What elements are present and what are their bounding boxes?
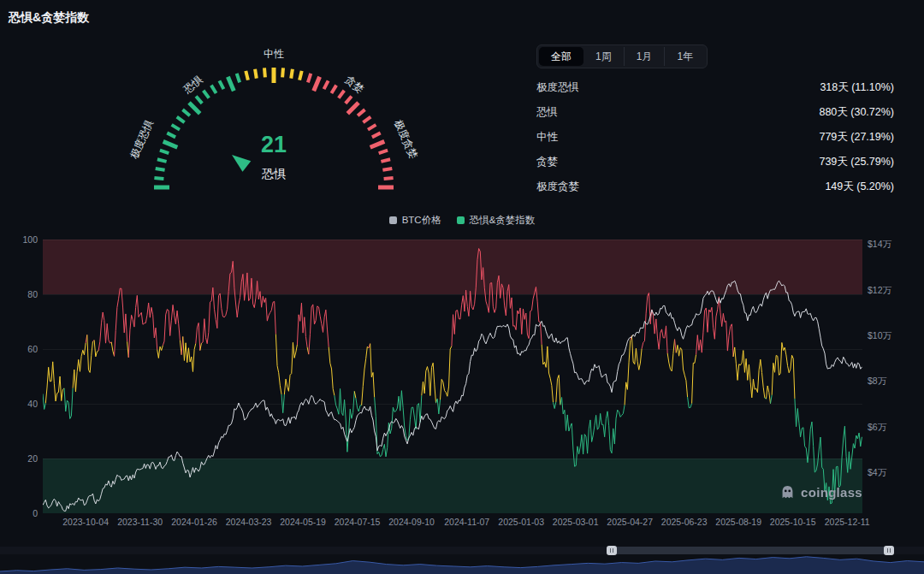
legend-item-btc-price[interactable]: BTC价格 xyxy=(389,214,441,227)
legend-label: 恐惧&贪婪指数 xyxy=(470,214,536,227)
stat-row-greed: 贪婪 739天 (25.79%) xyxy=(536,150,894,175)
left-axis-tick: 80 xyxy=(12,289,38,299)
stat-row-fear: 恐惧 880天 (30.72%) xyxy=(536,100,894,125)
left-axis-tick: 40 xyxy=(12,399,38,409)
stat-row-extreme-greed: 极度贪婪 149天 (5.20%) xyxy=(536,175,894,199)
main-chart-canvas[interactable] xyxy=(43,240,862,513)
left-axis-tick: 0 xyxy=(12,508,38,518)
gauge-segment-label-neutral: 中性 xyxy=(264,47,284,62)
right-axis-tick: $8万 xyxy=(868,376,886,388)
chart-scrollbar-track[interactable] xyxy=(0,547,924,554)
watermark-text: coinglass xyxy=(801,485,862,500)
left-axis-tick: 60 xyxy=(12,344,38,354)
page-title: 恐惧&贪婪指数 xyxy=(9,10,89,26)
coinglass-ghost-icon xyxy=(779,484,796,500)
legend-item-fear-greed-index[interactable]: 恐惧&贪婪指数 xyxy=(457,214,536,227)
time-range-tabs: 全部 1周 1月 1年 xyxy=(536,44,708,68)
btc-price-swatch-icon xyxy=(389,216,397,224)
fear-greed-gauge: 极度恐惧 恐惧 中性 贪婪 极度贪婪 21 恐惧 xyxy=(111,45,436,204)
stat-label: 极度恐惧 xyxy=(536,80,579,95)
fear-greed-swatch-icon xyxy=(457,216,465,224)
right-axis-tick: $10万 xyxy=(868,330,891,342)
stat-row-extreme-fear: 极度恐惧 318天 (11.10%) xyxy=(536,75,894,100)
stat-value: 880天 (30.72%) xyxy=(819,105,894,120)
tab-1-month[interactable]: 1月 xyxy=(624,47,665,66)
right-axis-tick: $12万 xyxy=(868,285,891,297)
stat-value: 318天 (11.10%) xyxy=(820,80,894,95)
tab-1-week[interactable]: 1周 xyxy=(583,47,624,66)
x-axis-tick: 2025-12-11 xyxy=(811,517,883,527)
legend-label: BTC价格 xyxy=(402,214,441,227)
navigator-chart-canvas[interactable] xyxy=(0,554,924,574)
stat-label: 贪婪 xyxy=(536,155,558,169)
stat-value: 739天 (25.79%) xyxy=(819,155,894,169)
fear-greed-page: 恐惧&贪婪指数 极度恐惧 恐惧 中性 贪婪 极度贪婪 21 恐惧 全部 1周 1… xyxy=(0,0,924,574)
right-axis-tick: $6万 xyxy=(868,422,886,434)
stat-label: 极度贪婪 xyxy=(536,180,579,194)
chart-scrollbar-thumb[interactable] xyxy=(612,547,889,554)
right-axis-tick: $4万 xyxy=(868,467,886,479)
watermark: coinglass xyxy=(779,484,862,500)
stat-row-neutral: 中性 779天 (27.19%) xyxy=(536,125,894,150)
left-axis-tick: 20 xyxy=(12,453,38,464)
tab-1-year[interactable]: 1年 xyxy=(664,47,705,66)
tab-all[interactable]: 全部 xyxy=(539,47,583,66)
stat-value: 779天 (27.19%) xyxy=(819,130,894,145)
stat-value: 149天 (5.20%) xyxy=(825,180,894,194)
scrollbar-handle-left[interactable] xyxy=(607,546,617,555)
right-axis-tick: $14万 xyxy=(868,239,891,251)
gauge-value: 21 xyxy=(111,132,436,158)
sentiment-stats-list: 极度恐惧 318天 (11.10%) 恐惧 880天 (30.72%) 中性 7… xyxy=(536,75,894,199)
scrollbar-handle-right[interactable] xyxy=(884,546,894,555)
stat-label: 恐惧 xyxy=(536,105,558,120)
stat-label: 中性 xyxy=(536,130,558,145)
gauge-sentiment-label: 恐惧 xyxy=(111,167,436,182)
left-axis-tick: 100 xyxy=(12,234,38,245)
chart-legend: BTC价格 恐惧&贪婪指数 xyxy=(0,214,924,227)
